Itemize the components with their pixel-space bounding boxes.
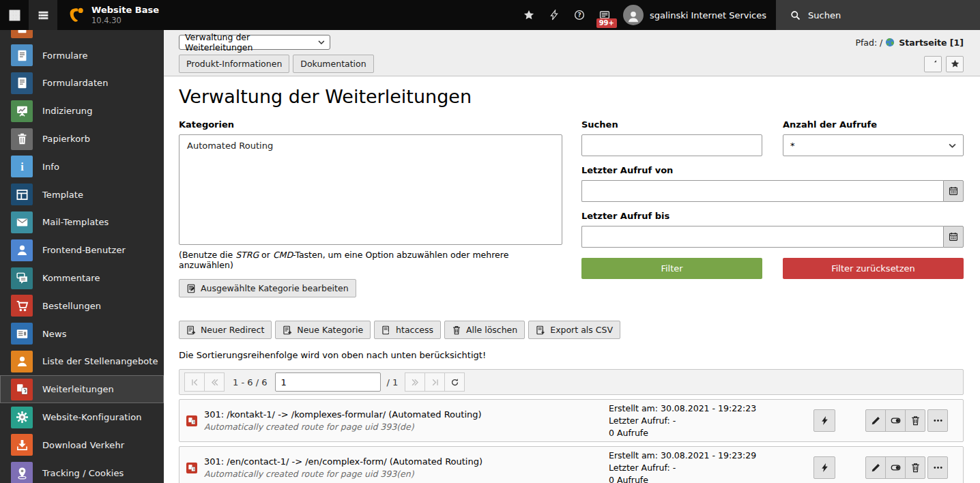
search-input[interactable] — [581, 134, 762, 156]
sidebar-item-mail-templates[interactable]: Mail-Templates — [0, 209, 164, 237]
reload-button[interactable] — [924, 56, 942, 72]
sidebar-item-indizierung[interactable]: Indizierung — [0, 97, 164, 125]
module-function-select[interactable]: Verwaltung der Weiterleitungen — [179, 35, 330, 50]
redirect-record-icon — [186, 415, 197, 426]
live-search[interactable]: Suchen — [776, 0, 980, 30]
pagination-refresh-button[interactable] — [444, 372, 465, 392]
username[interactable]: sgalinski Internet Services — [650, 10, 766, 20]
sidebar-item-label: Template — [42, 190, 83, 200]
last-call-to-input[interactable] — [581, 226, 943, 248]
last-call-from-input[interactable] — [581, 180, 943, 202]
calendar-icon — [949, 186, 958, 196]
module-menu: FormulareFormulardatenIndizierungPapierk… — [0, 30, 164, 483]
sidebar-item-papierkorb[interactable]: Papierkorb — [0, 125, 164, 153]
calls-count-select[interactable]: * — [783, 134, 964, 156]
sidebar-item-formulardaten[interactable]: Formulardaten — [0, 70, 164, 98]
calendar-icon — [949, 232, 958, 241]
modules-toggle-button[interactable] — [0, 0, 29, 30]
bookmark-toolbar-button[interactable] — [517, 0, 542, 30]
record-more-button[interactable] — [927, 409, 948, 432]
record-edit-button[interactable] — [865, 456, 886, 479]
edit-category-button[interactable]: Ausgewählte Kategorie bearbeiten — [179, 279, 356, 297]
sidebar-item-tracking-cookies[interactable]: Tracking / Cookies — [0, 459, 164, 483]
redirect-record-icon — [186, 463, 197, 473]
template-module-icon — [11, 184, 33, 205]
categories-multiselect[interactable]: Automated Routing — [179, 134, 562, 245]
refresh-icon — [450, 378, 459, 387]
sidebar-item-clipped-top[interactable] — [0, 30, 164, 42]
delete-all-button[interactable]: Alle löschen — [444, 321, 525, 339]
sidebar-item-website-konfiguration[interactable]: Website-Konfiguration — [0, 403, 164, 431]
export-csv-button[interactable]: Export als CSV — [528, 321, 620, 339]
record-list: 301: /kontakt-1/ -> /komplexes-formular/… — [179, 399, 964, 483]
sidebar-item-stellenangebote[interactable]: Liste der Stellenangebote — [0, 348, 164, 376]
record-title[interactable]: 301: /en/contact-1/ -> /en/complex-form/… — [204, 456, 609, 467]
website-konfiguration-module-icon — [11, 407, 33, 428]
record-meta: Erstellt am: 30.08.2021 - 19:23:29 Letzt… — [609, 450, 813, 483]
product-information-button[interactable]: Produkt-Informationen — [179, 55, 289, 73]
pagination-last-button[interactable] — [424, 372, 445, 392]
pencil-icon — [871, 415, 881, 426]
datepicker-to-button[interactable] — [943, 226, 964, 248]
typo3-logo — [67, 6, 85, 24]
system-information-button[interactable]: 99+ — [592, 0, 618, 30]
record-row: 301: /en/contact-1/ -> /en/complex-form/… — [179, 446, 964, 483]
page-previous-icon — [210, 378, 219, 387]
new-category-button[interactable]: Neue Kategorie — [275, 321, 371, 339]
sidebar-item-frontend-benutzer[interactable]: Frontend-Benutzer — [0, 236, 164, 264]
formulare-module-icon — [11, 44, 33, 66]
calls-count-value: * — [790, 141, 795, 151]
sidebar-item-label: Frontend-Benutzer — [42, 245, 126, 255]
sidebar-item-bestellungen[interactable]: Bestellungen — [0, 292, 164, 320]
record-edit-button[interactable] — [865, 409, 886, 432]
categories-label: Kategorien — [179, 119, 562, 130]
user-icon — [626, 10, 640, 23]
last-call-to-label: Letzter Aufruf bis — [581, 211, 964, 221]
sidebar-item-kommentare[interactable]: Kommentare — [0, 264, 164, 292]
help-toolbar-button[interactable] — [567, 0, 592, 30]
sidebar-item-news[interactable]: News — [0, 320, 164, 348]
record-toggle-button[interactable] — [885, 409, 906, 432]
record-more-button[interactable] — [927, 456, 948, 479]
page-title: Verwaltung der Weiterleitungen — [179, 86, 964, 107]
avatar[interactable] — [623, 5, 644, 25]
sidebar-item-weiterleitungen[interactable]: Weiterleitungen — [0, 375, 164, 403]
bookmark-button[interactable] — [946, 56, 964, 72]
sidebar-item-info[interactable]: Info — [0, 153, 164, 181]
record-call-count: 0 Aufrufe — [609, 427, 813, 439]
filter-reset-button[interactable]: Filter zurücksetzen — [783, 258, 964, 279]
pagetree-toggle-button[interactable] — [29, 0, 57, 30]
record-title[interactable]: 301: /kontakt-1/ -> /komplexes-formular/… — [204, 409, 609, 420]
chevron-down-icon — [318, 40, 325, 44]
record-test-button[interactable] — [813, 409, 835, 432]
sidebar-item-formulare[interactable]: Formulare — [0, 42, 164, 70]
datepicker-from-button[interactable] — [943, 180, 964, 202]
bolt-icon — [820, 463, 830, 473]
tree-icon — [38, 10, 49, 21]
pagination-first-button[interactable] — [184, 372, 205, 392]
documentation-button[interactable]: Dokumentation — [293, 55, 373, 73]
pagination-bar: 1 - 6 / 6 / 1 — [179, 369, 964, 395]
record-delete-button[interactable] — [905, 409, 925, 432]
sidebar-item-label: Bestellungen — [42, 301, 101, 311]
sidebar-item-template[interactable]: Template — [0, 181, 164, 209]
pagination-next-button[interactable] — [405, 372, 425, 392]
filter-button[interactable]: Filter — [581, 258, 762, 279]
clear-cache-toolbar-button[interactable] — [542, 0, 567, 30]
record-toggle-button[interactable] — [885, 456, 906, 479]
search-icon — [790, 10, 801, 20]
record-test-button[interactable] — [813, 456, 835, 479]
frontend-benutzer-module-icon — [11, 239, 33, 261]
category-option[interactable]: Automated Routing — [182, 138, 559, 153]
new-redirect-button[interactable]: Neuer Redirect — [179, 321, 272, 339]
new-category-icon — [283, 325, 292, 335]
htaccess-button[interactable]: htaccess — [374, 321, 441, 339]
mail-templates-module-icon — [11, 211, 33, 233]
search-label: Suchen — [808, 10, 841, 20]
page-next-icon — [411, 378, 420, 387]
pagination-page-input[interactable] — [275, 372, 381, 392]
pagination-prev-button[interactable] — [204, 372, 225, 392]
record-delete-button[interactable] — [905, 456, 925, 479]
sidebar-item-download-verkehr[interactable]: Download Verkehr — [0, 431, 164, 459]
brand[interactable]: Website Base 10.4.30 — [91, 5, 159, 26]
